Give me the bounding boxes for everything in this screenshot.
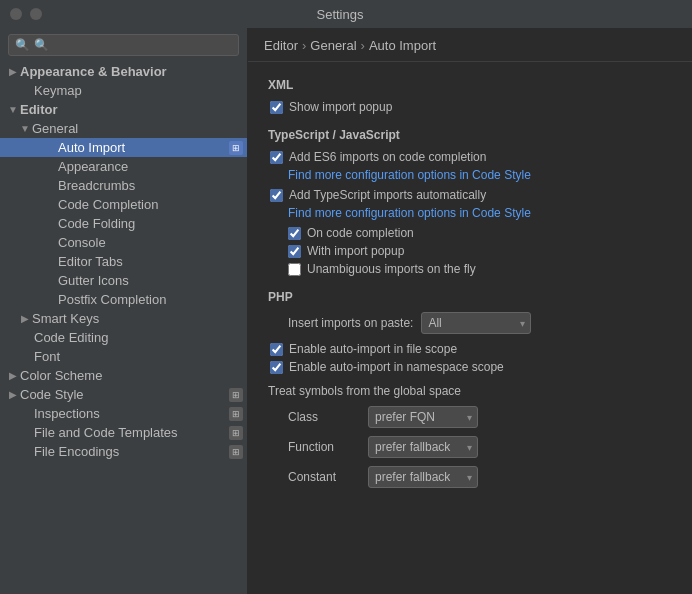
sidebar-item-inspections[interactable]: Inspections ⊞ [0, 404, 247, 423]
main-container: 🔍 ▶ Appearance & Behavior Keymap ▼ Edito… [0, 28, 692, 594]
sidebar: 🔍 ▶ Appearance & Behavior Keymap ▼ Edito… [0, 28, 248, 594]
sidebar-item-code-completion[interactable]: Code Completion [0, 195, 247, 214]
arrow-icon: ▼ [18, 123, 32, 134]
php-section-title: PHP [268, 290, 672, 304]
enable-autoimport-namespace-row: Enable auto-import in namespace scope [268, 360, 672, 374]
constant-label: Constant [288, 470, 368, 484]
arrow-icon: ▼ [6, 104, 20, 115]
function-label: Function [288, 440, 368, 454]
arrow-icon: ▶ [18, 313, 32, 324]
sidebar-item-font[interactable]: Font [0, 347, 247, 366]
arrow-icon: ▶ [6, 389, 20, 400]
sidebar-item-color-scheme[interactable]: ▶ Color Scheme [0, 366, 247, 385]
sidebar-item-appearance-behavior[interactable]: ▶ Appearance & Behavior [0, 62, 247, 81]
sidebar-item-auto-import[interactable]: Auto Import ⊞ [0, 138, 247, 157]
sidebar-item-label: Code Folding [44, 216, 247, 231]
sidebar-item-editor[interactable]: ▼ Editor [0, 100, 247, 119]
breadcrumb-sep-2: › [361, 38, 365, 53]
insert-imports-label: Insert imports on paste: [288, 316, 413, 330]
find-more-text-2: Find more configuration options in [288, 206, 472, 220]
ext-icon: ⊞ [229, 141, 243, 155]
sidebar-item-label: Font [20, 349, 247, 364]
window-controls[interactable] [10, 8, 42, 20]
sidebar-item-editor-tabs[interactable]: Editor Tabs [0, 252, 247, 271]
with-import-popup-checkbox[interactable] [288, 245, 301, 258]
sidebar-item-console[interactable]: Console [0, 233, 247, 252]
enable-autoimport-file-label: Enable auto-import in file scope [289, 342, 457, 356]
add-typescript-checkbox[interactable] [270, 189, 283, 202]
breadcrumb: Editor › General › Auto Import [248, 28, 692, 62]
ext-icon: ⊞ [229, 407, 243, 421]
show-import-popup-row: Show import popup [268, 100, 672, 114]
sidebar-item-keymap[interactable]: Keymap [0, 81, 247, 100]
add-es6-checkbox[interactable] [270, 151, 283, 164]
sidebar-item-label: File Encodings [20, 444, 229, 459]
sidebar-item-label: Appearance [44, 159, 247, 174]
find-more-text-1: Find more configuration options in [288, 168, 472, 182]
constant-dropdown-wrapper: prefer FQN prefer fallback prefer import [368, 466, 478, 488]
sidebar-item-label: Code Editing [20, 330, 247, 345]
on-code-completion-label: On code completion [307, 226, 414, 240]
breadcrumb-sep-1: › [302, 38, 306, 53]
show-import-popup-label: Show import popup [289, 100, 392, 114]
class-dropdown-wrapper: prefer FQN prefer fallback prefer import [368, 406, 478, 428]
ext-icon: ⊞ [229, 426, 243, 440]
sidebar-item-label: Editor [20, 102, 247, 117]
sidebar-item-breadcrumbs[interactable]: Breadcrumbs [0, 176, 247, 195]
sidebar-item-code-style[interactable]: ▶ Code Style ⊞ [0, 385, 247, 404]
minimize-button[interactable] [30, 8, 42, 20]
insert-imports-dropdown-wrapper: All Ask None [421, 312, 531, 334]
sidebar-item-label: Inspections [20, 406, 229, 421]
treat-symbols-title: Treat symbols from the global space [268, 384, 672, 398]
add-typescript-row: Add TypeScript imports automatically [268, 188, 672, 202]
title-bar: Settings [0, 0, 692, 28]
close-button[interactable] [10, 8, 22, 20]
sidebar-item-label: Breadcrumbs [44, 178, 247, 193]
sidebar-item-postfix-completion[interactable]: Postfix Completion [0, 290, 247, 309]
show-import-popup-checkbox[interactable] [270, 101, 283, 114]
search-input[interactable] [34, 38, 232, 52]
code-style-link-1[interactable]: Code Style [472, 168, 531, 182]
sidebar-item-gutter-icons[interactable]: Gutter Icons [0, 271, 247, 290]
enable-autoimport-namespace-checkbox[interactable] [270, 361, 283, 374]
sidebar-item-code-folding[interactable]: Code Folding [0, 214, 247, 233]
with-import-popup-label: With import popup [307, 244, 404, 258]
find-more-2: Find more configuration options in Code … [268, 206, 672, 220]
arrow-icon: ▶ [6, 66, 20, 77]
unambiguous-imports-row: Unambiguous imports on the fly [268, 262, 672, 276]
insert-imports-select[interactable]: All Ask None [421, 312, 531, 334]
nav-tree: ▶ Appearance & Behavior Keymap ▼ Editor … [0, 62, 247, 594]
ext-icon: ⊞ [229, 388, 243, 402]
sidebar-item-smart-keys[interactable]: ▶ Smart Keys [0, 309, 247, 328]
sidebar-item-code-editing[interactable]: Code Editing [0, 328, 247, 347]
add-es6-row: Add ES6 imports on code completion [268, 150, 672, 164]
function-select[interactable]: prefer FQN prefer fallback prefer import [368, 436, 478, 458]
sidebar-item-label: Keymap [20, 83, 247, 98]
class-symbol-row: Class prefer FQN prefer fallback prefer … [268, 406, 672, 428]
add-es6-label: Add ES6 imports on code completion [289, 150, 486, 164]
class-label: Class [288, 410, 368, 424]
content-area: Editor › General › Auto Import XML Show … [248, 28, 692, 594]
find-more-1: Find more configuration options in Code … [268, 168, 672, 182]
sidebar-item-general[interactable]: ▼ General [0, 119, 247, 138]
search-box[interactable]: 🔍 [8, 34, 239, 56]
class-select[interactable]: prefer FQN prefer fallback prefer import [368, 406, 478, 428]
sidebar-item-label: Gutter Icons [44, 273, 247, 288]
constant-symbol-row: Constant prefer FQN prefer fallback pref… [268, 466, 672, 488]
sidebar-item-label: Color Scheme [20, 368, 247, 383]
on-code-completion-checkbox[interactable] [288, 227, 301, 240]
xml-section-title: XML [268, 78, 672, 92]
sidebar-item-label: Editor Tabs [44, 254, 247, 269]
sidebar-item-label: Appearance & Behavior [20, 64, 247, 79]
enable-autoimport-file-checkbox[interactable] [270, 343, 283, 356]
on-code-completion-row: On code completion [268, 226, 672, 240]
code-style-link-2[interactable]: Code Style [472, 206, 531, 220]
sidebar-item-appearance[interactable]: Appearance [0, 157, 247, 176]
sidebar-item-file-encodings[interactable]: File Encodings ⊞ [0, 442, 247, 461]
unambiguous-imports-checkbox[interactable] [288, 263, 301, 276]
sidebar-item-file-code-templates[interactable]: File and Code Templates ⊞ [0, 423, 247, 442]
constant-select[interactable]: prefer FQN prefer fallback prefer import [368, 466, 478, 488]
breadcrumb-part-2: General [310, 38, 356, 53]
ext-icon: ⊞ [229, 445, 243, 459]
function-symbol-row: Function prefer FQN prefer fallback pref… [268, 436, 672, 458]
